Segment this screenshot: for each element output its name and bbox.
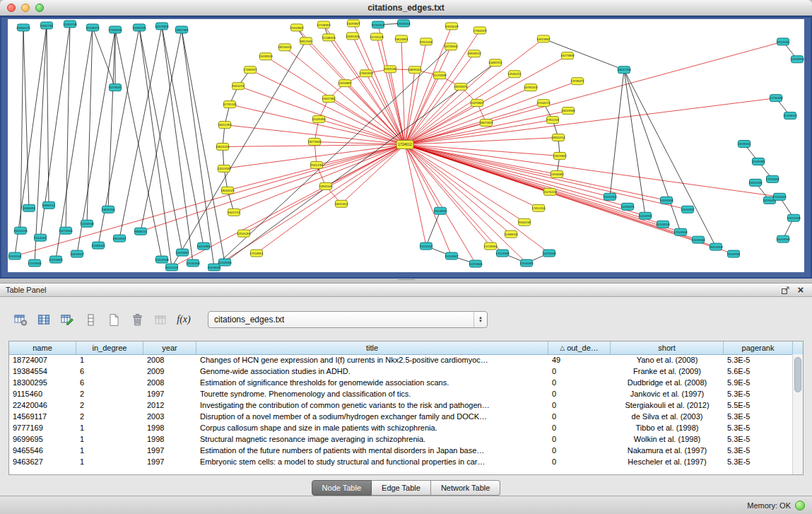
table-cell[interactable]: 0 [548, 457, 611, 466]
tab-network-table[interactable]: Network Table [431, 480, 501, 496]
column-header-short[interactable]: short [611, 341, 724, 354]
graph-node[interactable]: 16055612 [334, 200, 348, 207]
table-cell[interactable]: 0 [548, 367, 611, 375]
table-cell[interactable]: 5.6E-5 [724, 367, 793, 375]
graph-node[interactable]: 10293847 [470, 100, 484, 107]
graph-node[interactable]: 17452310 [531, 204, 546, 211]
graph-node[interactable]: 18475629 [479, 119, 493, 127]
vertical-scrollbar[interactable] [792, 354, 803, 474]
graph-node[interactable]: 12837465 [175, 26, 189, 33]
graph-node[interactable]: 9836152 [42, 201, 55, 209]
table-cell[interactable]: 9699695 [9, 435, 76, 443]
graph-node[interactable]: 10293845 [49, 256, 63, 263]
graph-node[interactable]: 9203958 [727, 250, 740, 257]
graph-node[interactable]: 15263748 [63, 21, 77, 28]
graph-node[interactable]: 11731245 [223, 101, 237, 108]
graph-node[interactable]: 16782013 [524, 84, 538, 91]
graph-node[interactable]: 18273645 [307, 139, 322, 146]
graph-node[interactable]: 9124502 [420, 243, 433, 250]
tab-edge-table[interactable]: Edge Table [372, 480, 431, 496]
graph-node[interactable]: 17203059 [772, 193, 787, 200]
graph-node[interactable]: 15839204 [101, 206, 115, 213]
graph-node[interactable]: 15938201 [737, 141, 751, 148]
table-cell[interactable]: 5.3E-5 [724, 446, 793, 455]
table-cell[interactable]: 2012 [143, 401, 196, 409]
table-row[interactable]: 911546021997Tourette syndrome. Phenomeno… [9, 388, 793, 399]
table-cell[interactable]: 2008 [143, 356, 196, 364]
graph-node[interactable]: 11029384 [312, 116, 326, 123]
table-cell[interactable]: Yano et al. (2008) [611, 356, 724, 364]
graph-node[interactable]: 12730448 [769, 95, 783, 102]
table-cell[interactable]: Changes of HCN gene expression and I(f) … [196, 356, 548, 364]
graph-node[interactable]: 9182736 [40, 22, 53, 29]
graph-node[interactable]: 11823049 [445, 23, 459, 30]
graph-node[interactable]: 9838210 [134, 228, 147, 235]
table-cell[interactable]: 5.3E-5 [724, 412, 793, 421]
graph-node[interactable]: 9541230 [310, 161, 323, 168]
table-cell[interactable]: 19384554 [9, 367, 76, 375]
graph-node[interactable]: 16928374 [454, 83, 468, 90]
table-cell[interactable]: 5.3E-5 [724, 435, 793, 443]
graph-node[interactable]: 17203958 [673, 228, 688, 235]
tab-node-table[interactable]: Node Table [312, 480, 372, 496]
graph-node[interactable]: 14728054 [444, 43, 458, 50]
graph-node[interactable]: 9203158 [8, 252, 21, 259]
table-cell[interactable]: 1 [76, 356, 143, 364]
column-header-out_de[interactable]: △out_de… [548, 341, 611, 354]
table-cell[interactable]: Tourette syndrome. Phenomenology and cla… [196, 390, 548, 398]
column-header-year[interactable]: year [143, 341, 196, 354]
graph-node[interactable]: 11203059 [783, 112, 797, 119]
table-cell[interactable]: Tibbo et al. (1998) [611, 424, 724, 432]
table-cell[interactable]: 49 [548, 356, 611, 364]
graph-node[interactable]: 12053168 [217, 165, 231, 172]
graph-node[interactable]: 12093847 [338, 80, 352, 87]
graph-node[interactable]: 12039584 [691, 236, 705, 243]
graph-node[interactable]: 16203984 [196, 243, 211, 250]
graph-node[interactable]: 10392058 [787, 214, 801, 221]
graph-node[interactable]: 18216015 [278, 44, 292, 51]
table-cell[interactable]: Genome-wide association studies in ADHD. [196, 367, 548, 375]
table-cell[interactable]: 1 [76, 435, 143, 443]
table-row[interactable]: 1938455462009Genome-wide association stu… [9, 366, 793, 377]
function-builder-button[interactable]: f(x) [175, 310, 193, 329]
table-cell[interactable]: 5.3E-5 [724, 424, 793, 432]
graph-node[interactable]: 17293058 [765, 175, 779, 182]
window-titlebar[interactable]: citations_edges.txt [0, 0, 812, 16]
table-cell[interactable]: 0 [548, 435, 611, 443]
graph-node[interactable]: 14203958 [659, 197, 673, 204]
table-cell[interactable]: 9115460 [9, 390, 76, 398]
graph-node[interactable]: 9283746 [384, 66, 396, 73]
graph-node[interactable]: 10731528 [370, 33, 384, 40]
float-panel-button[interactable] [779, 285, 791, 295]
graph-node[interactable]: 16273044 [59, 227, 73, 234]
graph-node[interactable]: 14839201 [408, 66, 422, 74]
table-cell[interactable]: 1 [76, 457, 143, 466]
graph-node[interactable]: 9534218 [518, 218, 531, 226]
graph-node[interactable]: 15203958 [790, 56, 804, 63]
graph-node[interactable]: 1724012 [396, 141, 413, 149]
table-cell[interactable]: 1997 [143, 390, 196, 398]
table-cell[interactable]: Investigating the contribution of common… [196, 401, 548, 409]
graph-node[interactable]: 15059324 [603, 193, 617, 200]
table-cell[interactable]: Disruption of a novel member of a sodium… [196, 412, 548, 421]
table-cell[interactable]: 1998 [143, 435, 196, 443]
graph-node[interactable]: 16624801 [394, 35, 408, 42]
table-cell[interactable]: 1 [76, 424, 143, 432]
table-cell[interactable]: 1997 [143, 446, 196, 455]
graph-node[interactable]: 12505261 [237, 230, 251, 237]
table-cell[interactable]: 5.3E-5 [724, 356, 793, 364]
column-header-in_degree[interactable]: in_degree [76, 341, 143, 354]
graph-node[interactable]: 15038109 [259, 53, 273, 60]
zoom-window-button[interactable] [35, 4, 44, 12]
graph-node[interactable]: 18908123 [467, 50, 481, 57]
table-cell[interactable]: 0 [548, 378, 611, 387]
graph-node[interactable]: 17203945 [28, 259, 42, 267]
close-window-button[interactable] [7, 4, 16, 12]
table-cell[interactable]: Estimation of significance thresholds fo… [196, 378, 548, 387]
graph-node[interactable]: 19203847 [290, 24, 304, 31]
graph-node[interactable]: 15934082 [550, 170, 564, 177]
table-cell[interactable]: 6 [76, 367, 143, 375]
graph-node[interactable]: 9912034 [420, 38, 433, 45]
new-network-button[interactable] [105, 310, 123, 329]
graph-node[interactable]: 9425721 [228, 209, 240, 216]
